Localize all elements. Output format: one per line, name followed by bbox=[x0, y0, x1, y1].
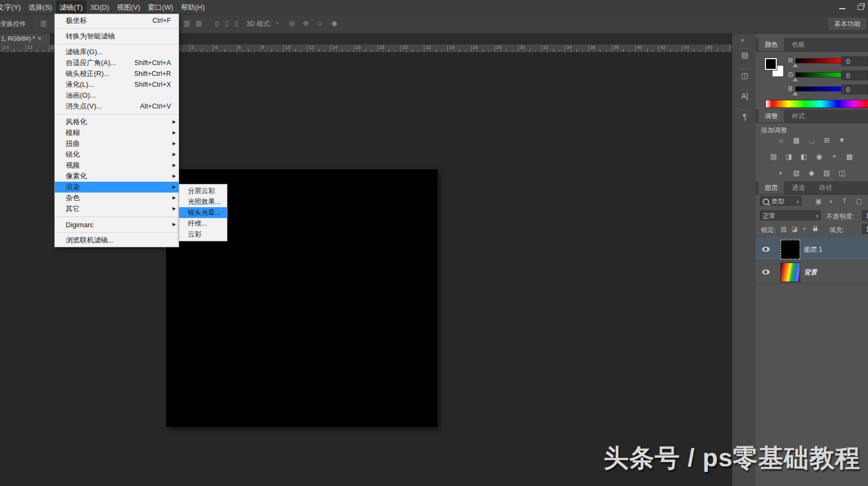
align-icon[interactable]: ▥ bbox=[40, 19, 47, 28]
vibrance-icon[interactable]: ▼ bbox=[835, 136, 848, 145]
tab-color[interactable]: 颜色 bbox=[759, 38, 784, 51]
lock-pixels-icon[interactable]: ◪ bbox=[791, 225, 797, 233]
opacity-value-field[interactable]: 100% bbox=[862, 210, 868, 220]
color-lookup-icon[interactable]: ▩ bbox=[843, 152, 856, 162]
tab-channels[interactable]: 通道 bbox=[786, 181, 811, 194]
collapse-dock-icon[interactable]: « bbox=[740, 36, 744, 44]
filter-menu-item[interactable]: 转换为智能滤镜 bbox=[55, 31, 179, 42]
photo-filter-icon[interactable]: ◉ bbox=[813, 152, 826, 162]
panel-icon-character[interactable]: A| bbox=[738, 89, 752, 100]
brightness-contrast-icon[interactable]: ☼ bbox=[775, 136, 788, 145]
3d-camera-icon[interactable]: ◉ bbox=[331, 19, 337, 28]
tab-adjustments[interactable]: 调整 bbox=[759, 110, 784, 123]
tab-layers[interactable]: 图层 bbox=[759, 181, 784, 194]
render-submenu-item[interactable]: 镜头光晕... bbox=[179, 207, 227, 218]
color-balance-icon[interactable]: ◨ bbox=[782, 152, 795, 162]
filter-menu-item[interactable]: 像素化▶ bbox=[55, 171, 179, 182]
layer-filter-kind-dropdown[interactable]: 类型 ▴▾ bbox=[760, 196, 801, 207]
blue-slider[interactable] bbox=[795, 86, 841, 92]
lock-transparency-icon[interactable]: ▨ bbox=[781, 225, 787, 233]
green-slider[interactable] bbox=[795, 72, 841, 78]
render-submenu-item[interactable]: 分层云彩 bbox=[179, 186, 227, 196]
render-submenu-item[interactable]: 云彩 bbox=[179, 229, 227, 240]
filter-menu-item[interactable]: 视频▶ bbox=[55, 160, 179, 171]
lock-all-icon[interactable] bbox=[813, 225, 818, 233]
filter-adjustment-layer-icon[interactable]: ◗ bbox=[829, 197, 833, 205]
3d-orbit-icon[interactable]: ◔ bbox=[275, 19, 279, 28]
filter-menu-item[interactable]: 液化(L)...Shift+Ctrl+X bbox=[55, 79, 179, 90]
restore-button[interactable] bbox=[853, 2, 867, 11]
layer-thumbnail[interactable] bbox=[781, 263, 800, 282]
filter-type-layer-icon[interactable]: T bbox=[842, 197, 846, 205]
exposure-icon[interactable]: ⊞ bbox=[820, 136, 833, 145]
3d-slide-icon[interactable]: ◇ bbox=[317, 19, 322, 28]
green-slider-thumb[interactable] bbox=[793, 78, 798, 81]
distribute-icon[interactable]: ▯ bbox=[235, 19, 238, 28]
filter-shape-layer-icon[interactable]: ▢ bbox=[856, 197, 862, 205]
3d-roll-icon[interactable]: ◎ bbox=[289, 19, 295, 28]
red-value-field[interactable]: 0 bbox=[841, 56, 868, 66]
filter-menu-item[interactable]: 其它▶ bbox=[55, 203, 179, 214]
filter-menu-item[interactable]: 锐化▶ bbox=[55, 149, 179, 160]
selective-color-icon[interactable]: ▨ bbox=[820, 168, 833, 178]
channel-mixer-icon[interactable]: ◓ bbox=[828, 152, 841, 162]
align-icon[interactable]: ▥ bbox=[195, 19, 202, 28]
filter-menu-item[interactable]: 风格化▶ bbox=[55, 117, 179, 127]
invert-icon[interactable]: ◐ bbox=[775, 168, 788, 178]
menubar-item-1[interactable]: 文字(Y) bbox=[0, 1, 24, 14]
layer-row[interactable]: 图层 1 bbox=[756, 238, 868, 261]
align-icon[interactable]: ▥ bbox=[183, 19, 190, 28]
menubar-item-6[interactable]: 窗口(W) bbox=[144, 1, 177, 14]
fill-value-field[interactable]: 100% bbox=[862, 224, 868, 234]
layer-thumbnail[interactable] bbox=[781, 240, 800, 259]
lock-position-icon[interactable]: + bbox=[802, 225, 806, 233]
tab-styles[interactable]: 样式 bbox=[786, 110, 811, 123]
filter-menu-item[interactable]: 镜头校正(R)...Shift+Ctrl+R bbox=[55, 68, 179, 79]
filter-menu-item[interactable]: 消失点(V)...Alt+Ctrl+V bbox=[55, 101, 179, 112]
filter-menu-item[interactable]: 扭曲▶ bbox=[55, 138, 179, 149]
levels-icon[interactable]: ▦ bbox=[790, 136, 803, 145]
workspace-switcher-button[interactable]: 基本功能 bbox=[829, 18, 866, 29]
tab-paths[interactable]: 路径 bbox=[813, 181, 838, 194]
blue-slider-thumb[interactable] bbox=[793, 92, 798, 95]
filter-menu-item[interactable]: Digimarc▶ bbox=[55, 219, 179, 230]
green-value-field[interactable]: 0 bbox=[841, 71, 868, 80]
document-tab[interactable]: 1, RGB/8#) * × bbox=[0, 33, 50, 44]
filter-pixel-layer-icon[interactable]: ▣ bbox=[815, 197, 821, 205]
filter-menu-item[interactable]: 渲染▶ bbox=[55, 182, 179, 193]
visibility-eye-icon[interactable] bbox=[762, 270, 770, 274]
hue-saturation-icon[interactable]: ▤ bbox=[767, 152, 780, 162]
red-slider[interactable] bbox=[795, 58, 841, 63]
filter-menu-item[interactable]: 油画(O)... bbox=[55, 90, 179, 101]
foreground-color-swatch[interactable] bbox=[764, 57, 777, 71]
panel-icon-paragraph[interactable]: ¶ bbox=[738, 110, 752, 121]
close-icon[interactable]: × bbox=[37, 35, 41, 42]
filter-menu-item[interactable]: 自适应广角(A)...Shift+Ctrl+A bbox=[55, 57, 179, 68]
menubar-item-7[interactable]: 帮助(H) bbox=[177, 1, 208, 14]
filter-menu-item[interactable]: 浏览联机滤镜... bbox=[55, 235, 179, 246]
distribute-icon[interactable]: ▯ bbox=[225, 19, 229, 28]
filter-menu-item[interactable]: 极坐标Ctrl+F bbox=[55, 15, 179, 26]
distribute-icon[interactable]: ▯ bbox=[215, 19, 219, 28]
panel-icon-3d[interactable]: ◫ bbox=[738, 68, 752, 80]
blend-mode-dropdown[interactable]: 正常 ▴▾ bbox=[760, 210, 821, 221]
render-submenu-item[interactable]: 光照效果... bbox=[179, 196, 227, 207]
layer-row[interactable]: 背景 bbox=[756, 260, 868, 284]
filter-menu-item[interactable]: 滤镜库(G)... bbox=[55, 47, 179, 57]
blue-value-field[interactable]: 0 bbox=[841, 85, 868, 94]
menubar-item-5[interactable]: 视图(V) bbox=[113, 1, 144, 14]
threshold-icon[interactable]: ◆ bbox=[805, 168, 818, 178]
menubar-item-4[interactable]: 3D(D) bbox=[86, 1, 113, 14]
curves-icon[interactable]: ◡ bbox=[805, 136, 818, 145]
filter-menu-item[interactable]: 模糊▶ bbox=[55, 127, 179, 138]
tab-swatches[interactable]: 色板 bbox=[786, 38, 811, 51]
posterize-icon[interactable]: ▧ bbox=[790, 168, 803, 178]
black-white-icon[interactable]: ◧ bbox=[797, 152, 810, 162]
red-slider-thumb[interactable] bbox=[793, 63, 798, 67]
3d-pan-icon[interactable]: ⊕ bbox=[303, 19, 309, 28]
menubar-item-2[interactable]: 选择(S) bbox=[24, 1, 55, 14]
gradient-map-icon[interactable]: ◫ bbox=[835, 168, 848, 178]
filter-menu-item[interactable]: 杂色▶ bbox=[55, 193, 179, 203]
render-submenu-item[interactable]: 纤维... bbox=[179, 218, 227, 229]
minimize-button[interactable] bbox=[835, 2, 849, 11]
